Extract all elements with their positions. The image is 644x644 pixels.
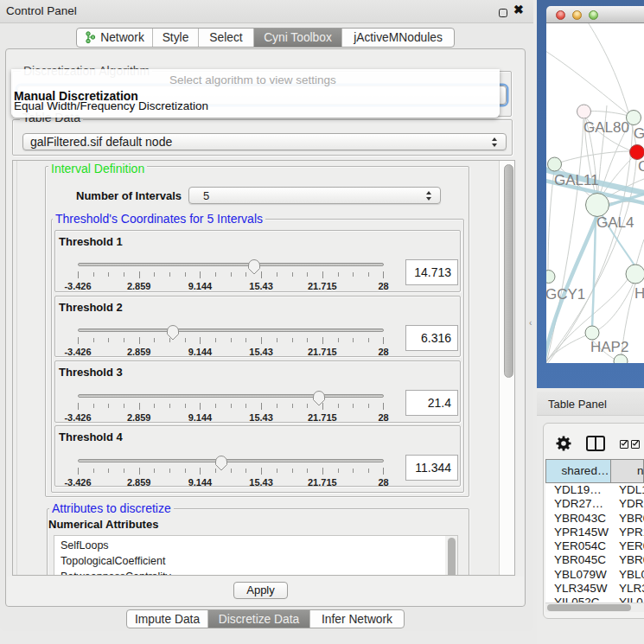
svg-text:GAL2: GAL2 [634, 125, 644, 142]
svg-text:GAL11: GAL11 [554, 172, 599, 188]
svg-text:HAP2: HAP2 [590, 339, 628, 355]
svg-text:GAL80: GAL80 [583, 119, 629, 136]
svg-text:HIS4: HIS4 [634, 285, 644, 302]
svg-text:C: C [638, 158, 644, 175]
svg-text:GAL4: GAL4 [596, 214, 634, 231]
svg-text:GCY1: GCY1 [546, 286, 585, 303]
